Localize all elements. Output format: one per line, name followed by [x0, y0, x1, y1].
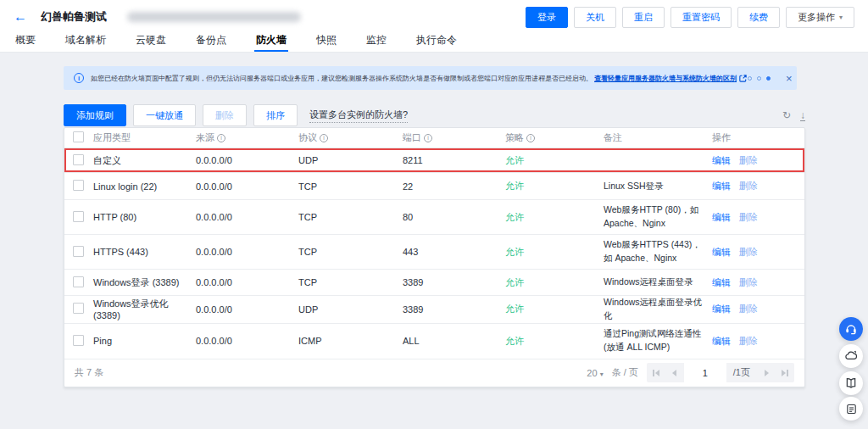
row-checkbox[interactable] — [73, 211, 84, 222]
edit-link[interactable]: 编辑 — [712, 304, 731, 314]
row-checkbox[interactable] — [73, 303, 84, 314]
cell-app-type: Windows登录优化 (3389) — [93, 298, 196, 320]
cell-source: 0.0.0.0/0 — [196, 155, 298, 165]
cell-source: 0.0.0.0/0 — [196, 247, 298, 257]
cell-protocol: TCP — [298, 277, 403, 287]
info-icon[interactable]: i — [424, 134, 432, 142]
cell-port: 3389 — [403, 304, 505, 315]
book-icon — [844, 376, 858, 390]
row-checkbox[interactable] — [73, 180, 84, 191]
col-remark: 备注 — [604, 131, 712, 144]
cell-source: 0.0.0.0/0 — [196, 336, 298, 346]
cell-remark: Web服务HTTP (80)，如 Apache、Nginx — [604, 203, 712, 231]
row-checkbox[interactable] — [73, 154, 84, 165]
edit-link[interactable]: 编辑 — [712, 247, 731, 257]
cell-app-type: Linux login (22) — [93, 181, 196, 192]
renew-button[interactable]: 续费 — [737, 7, 780, 28]
banner-controls: × — [748, 73, 793, 84]
tab-backup-point[interactable]: 备份点 — [194, 33, 228, 52]
next-page-button[interactable] — [757, 363, 776, 382]
info-icon[interactable]: i — [320, 134, 328, 142]
delete-link[interactable]: 删除 — [739, 212, 758, 222]
multi-instance-firewall-link[interactable]: 设置多台实例的防火墙? — [309, 109, 408, 123]
delete-link[interactable]: 删除 — [739, 304, 758, 314]
download-icon[interactable]: ↓ — [800, 110, 805, 121]
info-icon[interactable]: i — [526, 134, 535, 142]
tab-overview[interactable]: 概要 — [14, 33, 37, 52]
cell-policy: 允许 — [505, 211, 604, 224]
edit-link[interactable]: 编辑 — [712, 181, 731, 191]
shutdown-button[interactable]: 关机 — [574, 7, 616, 28]
edit-link[interactable]: 编辑 — [712, 212, 731, 222]
cell-port: 80 — [403, 212, 505, 222]
more-actions-label: 更多操作 — [798, 11, 835, 24]
info-icon[interactable]: i — [217, 134, 225, 142]
col-policy: 策略i — [505, 131, 604, 144]
tab-dns[interactable]: 域名解析 — [64, 33, 108, 52]
refresh-icon[interactable]: ↻ — [782, 110, 791, 120]
sort-button[interactable]: 排序 — [253, 104, 298, 126]
row-checkbox[interactable] — [73, 276, 84, 287]
carousel-dot-2[interactable] — [757, 76, 761, 81]
one-click-allow-button[interactable]: 一键放通 — [133, 104, 196, 126]
tab-cloud-disk[interactable]: 云硬盘 — [134, 33, 168, 52]
add-rule-button[interactable]: 添加规则 — [64, 104, 126, 126]
delete-link[interactable]: 删除 — [739, 277, 758, 287]
more-actions-button[interactable]: 更多操作 ▾ — [786, 7, 854, 28]
survey-button[interactable] — [839, 397, 863, 421]
feedback-button[interactable] — [839, 344, 863, 368]
page-total-label: /1页 — [726, 366, 757, 379]
back-icon[interactable]: ← — [14, 10, 27, 24]
tab-monitor[interactable]: 监控 — [364, 33, 388, 52]
page-size-select[interactable]: 20 ▾ — [587, 368, 603, 378]
cell-policy: 允许 — [505, 276, 604, 289]
table-row: Windows登录 (3389) 0.0.0.0/0 TCP 3389 允许 W… — [64, 270, 804, 296]
edit-link[interactable]: 编辑 — [712, 155, 731, 165]
cell-remark: Windows远程桌面登录 — [604, 276, 712, 289]
cell-protocol: TCP — [298, 247, 403, 257]
last-page-button[interactable] — [776, 363, 794, 382]
delete-link[interactable]: 删除 — [739, 247, 758, 257]
banner-link[interactable]: 查看轻量应用服务器防火墙与系统防火墙的区别 — [594, 74, 737, 83]
delete-link[interactable]: 删除 — [739, 181, 758, 191]
cell-remark: Linux SSH登录 — [604, 180, 712, 193]
col-app-type: 应用类型 — [93, 131, 196, 144]
restart-button[interactable]: 重启 — [622, 7, 665, 28]
cell-source: 0.0.0.0/0 — [196, 304, 298, 315]
login-button[interactable]: 登录 — [526, 7, 568, 28]
firewall-rules-table: 应用类型 来源i 协议i 端口i 策略i 备注 操作 自定义 0.0.0.0/0… — [64, 127, 805, 387]
cell-source: 0.0.0.0/0 — [196, 212, 298, 222]
edit-link[interactable]: 编辑 — [712, 277, 731, 287]
firewall-toolbar: 添加规则 一键放通 删除 排序 设置多台实例的防火墙? ↻ ↓ — [64, 104, 805, 126]
survey-icon — [845, 403, 858, 415]
row-checkbox[interactable] — [73, 246, 84, 257]
page-number-input[interactable] — [684, 363, 726, 382]
prev-page-button[interactable] — [665, 363, 684, 382]
tab-firewall[interactable]: 防火墙 — [254, 33, 288, 52]
tab-run-command[interactable]: 执行命令 — [415, 33, 459, 52]
delete-link[interactable]: 删除 — [739, 336, 758, 346]
carousel-dot-1[interactable] — [748, 76, 752, 81]
support-button[interactable] — [839, 317, 863, 341]
table-row: HTTP (80) 0.0.0.0/0 TCP 80 允许 Web服务HTTP … — [64, 200, 804, 235]
cell-app-type: Ping — [93, 336, 196, 346]
first-page-button[interactable] — [647, 363, 665, 382]
table-row: Ping 0.0.0.0/0 ICMP ALL 允许 通过Ping测试网络连通性… — [64, 324, 804, 359]
docs-button[interactable] — [839, 371, 863, 395]
cell-port: ALL — [403, 336, 505, 346]
tab-snapshot[interactable]: 快照 — [314, 33, 338, 52]
cell-app-type: HTTP (80) — [93, 212, 196, 222]
table-row: 自定义 0.0.0.0/0 UDP 8211 允许 编辑删除 — [64, 148, 804, 173]
table-footer: 共 7 条 20 ▾ 条 / 页 /1页 — [64, 359, 804, 387]
edit-link[interactable]: 编辑 — [712, 336, 731, 346]
cell-remark: Windows远程桌面登录优化 — [604, 296, 712, 323]
reset-password-button[interactable]: 重置密码 — [670, 7, 732, 28]
delete-link[interactable]: 删除 — [739, 155, 758, 165]
row-checkbox[interactable] — [73, 335, 84, 346]
top-bar: ← 幻兽帕鲁测试 登录 关机 重启 重置密码 续费 更多操作 ▾ — [0, 0, 868, 34]
select-all-checkbox[interactable] — [73, 131, 84, 142]
cell-app-type: HTTPS (443) — [93, 247, 196, 257]
delete-button[interactable]: 删除 — [203, 104, 247, 126]
carousel-dot-3[interactable] — [766, 76, 771, 81]
close-icon[interactable]: × — [786, 73, 793, 84]
